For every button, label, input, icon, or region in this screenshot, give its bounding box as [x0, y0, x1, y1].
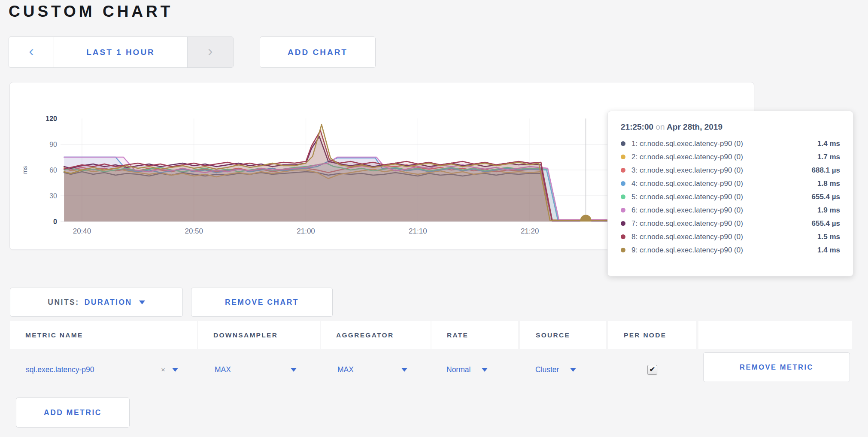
series-label: 6: cr.node.sql.exec.latency-p90 (0)	[631, 206, 814, 215]
table-row-metric-name-cell: sql.exec.latency-p90 ×	[10, 349, 197, 391]
page-title: CUSTOM CHART	[9, 3, 173, 21]
rate-value: Normal	[446, 365, 470, 374]
downsampler-dropdown[interactable]: MAX	[198, 349, 320, 391]
metric-name-link[interactable]: sql.exec.latency-p90	[26, 365, 94, 374]
units-value-label: DURATION	[85, 298, 132, 307]
next-timerange-button[interactable]: ›	[187, 37, 233, 67]
series-color-dot	[621, 194, 625, 199]
source-value: Cluster	[535, 365, 559, 374]
header-source: SOURCE	[520, 321, 606, 349]
metric-dropdown-caret-icon[interactable]	[172, 368, 178, 372]
series-color-dot	[621, 208, 625, 212]
svg-text:30: 30	[49, 192, 57, 200]
chevron-down-icon	[139, 300, 145, 304]
svg-text:60: 60	[49, 167, 57, 174]
tooltip-series-row: 7: cr.node.sql.exec.latency-p90 (0)655.4…	[621, 217, 840, 230]
series-value: 1.5 ms	[814, 233, 840, 241]
downsampler-value: MAX	[215, 365, 231, 374]
header-aggregator: AGGREGATOR	[321, 321, 431, 349]
svg-text:21:10: 21:10	[409, 227, 427, 235]
series-color-dot	[621, 248, 625, 252]
svg-text:ms: ms	[21, 166, 28, 174]
source-dropdown[interactable]: Cluster	[520, 349, 606, 391]
clear-metric-icon[interactable]: ×	[161, 366, 165, 374]
series-label: 1: cr.node.sql.exec.latency-p90 (0)	[631, 140, 814, 148]
series-label: 8: cr.node.sql.exec.latency-p90 (0)	[631, 233, 814, 241]
tooltip-series-list: 1: cr.node.sql.exec.latency-p90 (0)1.4 m…	[621, 137, 840, 257]
series-value: 655.4 µs	[808, 193, 840, 201]
series-label: 4: cr.node.sql.exec.latency-p90 (0)	[631, 179, 814, 188]
prev-timerange-button[interactable]: ‹	[9, 37, 54, 67]
tooltip-series-row: 3: cr.node.sql.exec.latency-p90 (0)688.1…	[621, 164, 840, 177]
header-per-node: PER NODE	[608, 321, 696, 349]
series-label: 2: cr.node.sql.exec.latency-p90 (0)	[631, 153, 814, 161]
chevron-down-icon	[570, 368, 576, 372]
timerange-label: LAST 1 HOUR	[86, 48, 155, 57]
tooltip-series-row: 4: cr.node.sql.exec.latency-p90 (0)1.8 m…	[621, 177, 840, 190]
series-value: 1.4 ms	[814, 140, 840, 148]
header-metric-name: METRIC NAME	[10, 321, 197, 349]
series-value: 1.4 ms	[814, 246, 840, 255]
header-rate: RATE	[431, 321, 518, 349]
svg-text:120: 120	[46, 115, 57, 122]
svg-text:21:20: 21:20	[521, 227, 539, 235]
chevron-left-icon: ‹	[29, 42, 33, 59]
svg-text:20:50: 20:50	[185, 227, 203, 235]
series-value: 655.4 µs	[808, 219, 840, 228]
remove-metric-button[interactable]: REMOVE METRIC	[703, 352, 850, 382]
aggregator-value: MAX	[337, 365, 354, 374]
series-color-dot	[621, 155, 625, 159]
tooltip-series-row: 6: cr.node.sql.exec.latency-p90 (0)1.9 m…	[621, 203, 840, 217]
timerange-dropdown[interactable]: LAST 1 HOUR	[54, 37, 187, 67]
tooltip-series-row: 5: cr.node.sql.exec.latency-p90 (0)655.4…	[621, 190, 840, 203]
chart-tooltip: 21:25:00 on Apr 28th, 2019 1: cr.node.sq…	[607, 111, 853, 276]
units-dropdown[interactable]: UNITS: DURATION	[10, 288, 183, 317]
rate-dropdown[interactable]: Normal	[431, 349, 518, 391]
series-value: 688.1 µs	[808, 166, 840, 175]
per-node-cell	[608, 349, 696, 391]
time-window-selector: ‹ LAST 1 HOUR ›	[9, 36, 234, 68]
aggregator-dropdown[interactable]: MAX	[321, 349, 431, 391]
chevron-down-icon	[401, 368, 407, 372]
series-label: 3: cr.node.sql.exec.latency-p90 (0)	[631, 166, 808, 175]
tooltip-series-row: 9: cr.node.sql.exec.latency-p90 (0)1.4 m…	[621, 243, 840, 257]
chevron-down-icon	[291, 368, 297, 372]
tooltip-series-row: 8: cr.node.sql.exec.latency-p90 (0)1.5 m…	[621, 230, 840, 243]
tooltip-timestamp: 21:25:00 on Apr 28th, 2019	[621, 122, 840, 132]
series-value: 1.8 ms	[814, 179, 840, 188]
svg-text:20:40: 20:40	[73, 227, 91, 235]
series-label: 7: cr.node.sql.exec.latency-p90 (0)	[631, 219, 808, 228]
series-color-dot	[621, 234, 625, 239]
add-metric-button[interactable]: ADD METRIC	[16, 398, 130, 428]
remove-chart-button[interactable]: REMOVE CHART	[191, 288, 333, 317]
series-value: 1.7 ms	[814, 153, 840, 161]
header-downsampler: DOWNSAMPLER	[198, 321, 320, 349]
series-label: 5: cr.node.sql.exec.latency-p90 (0)	[631, 193, 808, 201]
tooltip-time: 21:25:00	[621, 122, 653, 131]
series-color-dot	[621, 141, 625, 146]
chevron-down-icon	[482, 368, 488, 372]
svg-text:90: 90	[49, 141, 57, 148]
tooltip-series-row: 1: cr.node.sql.exec.latency-p90 (0)1.4 m…	[621, 137, 840, 150]
tooltip-series-row: 2: cr.node.sql.exec.latency-p90 (0)1.7 m…	[621, 150, 840, 164]
series-color-dot	[621, 181, 625, 186]
series-color-dot	[621, 221, 625, 226]
add-chart-button[interactable]: ADD CHART	[260, 36, 376, 68]
svg-text:0: 0	[53, 218, 57, 225]
units-prefix-label: UNITS:	[48, 298, 79, 307]
header-actions	[698, 321, 852, 349]
series-label: 9: cr.node.sql.exec.latency-p90 (0)	[631, 246, 814, 255]
series-color-dot	[621, 168, 625, 173]
svg-text:21:00: 21:00	[297, 227, 315, 235]
per-node-checkbox[interactable]	[647, 365, 657, 375]
series-value: 1.9 ms	[814, 206, 840, 215]
chevron-right-icon: ›	[208, 42, 212, 59]
